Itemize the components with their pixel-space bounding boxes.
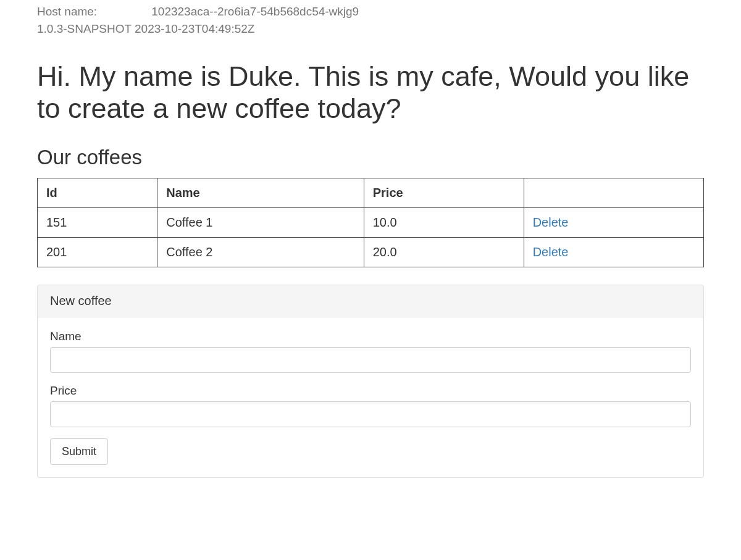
coffee-table: Id Name Price 151 Coffee 1 10.0 Delete 2…: [37, 178, 704, 267]
header-action: [524, 178, 703, 207]
version-value: 1.0.3-SNAPSHOT: [37, 22, 132, 35]
name-input[interactable]: [50, 347, 691, 373]
version-row: 1.0.3-SNAPSHOT 2023-10-23T04:49:52Z: [37, 22, 704, 36]
submit-button[interactable]: Submit: [50, 438, 108, 465]
page-title: Hi. My name is Duke. This is my cafe, Wo…: [37, 61, 704, 125]
header-price: Price: [364, 178, 524, 207]
cell-price: 20.0: [364, 237, 524, 267]
build-timestamp: 2023-10-23T04:49:52Z: [135, 22, 254, 35]
cell-name: Coffee 1: [157, 207, 364, 237]
section-title: Our coffees: [37, 146, 704, 169]
hostname-value: 102323aca--2ro6ia7-54b568dc54-wkjg9: [151, 5, 359, 18]
cell-id: 201: [38, 237, 157, 267]
delete-link[interactable]: Delete: [533, 245, 569, 259]
table-row: 201 Coffee 2 20.0 Delete: [38, 237, 704, 267]
name-group: Name: [50, 330, 691, 373]
price-input[interactable]: [50, 401, 691, 427]
cell-name: Coffee 2: [157, 237, 364, 267]
hostname-label: Host name:: [37, 5, 148, 19]
header-name: Name: [157, 178, 364, 207]
hostname-row: Host name: 102323aca--2ro6ia7-54b568dc54…: [37, 5, 704, 19]
new-coffee-panel: New coffee Name Price Submit: [37, 285, 704, 478]
header-id: Id: [38, 178, 157, 207]
price-label: Price: [50, 384, 691, 398]
cell-price: 10.0: [364, 207, 524, 237]
cell-id: 151: [38, 207, 157, 237]
table-header-row: Id Name Price: [38, 178, 704, 207]
table-row: 151 Coffee 1 10.0 Delete: [38, 207, 704, 237]
delete-link[interactable]: Delete: [533, 215, 569, 229]
panel-body: Name Price Submit: [38, 317, 703, 477]
price-group: Price: [50, 384, 691, 427]
panel-title: New coffee: [38, 285, 703, 317]
name-label: Name: [50, 330, 691, 343]
